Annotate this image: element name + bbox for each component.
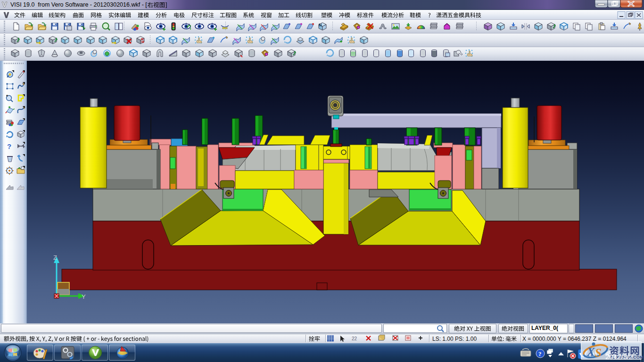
- svg-text:N: N: [319, 23, 322, 27]
- svg-text:Y: Y: [82, 293, 86, 300]
- svg-text:?: ?: [7, 142, 11, 150]
- svg-text:LS: 1.00 PS: 1.00: LS: 1.00 PS: 1.00: [432, 336, 477, 342]
- svg-text:Z: Z: [53, 254, 57, 261]
- svg-text:R: R: [141, 37, 144, 41]
- svg-text:22: 22: [352, 336, 357, 341]
- svg-text:?: ?: [538, 350, 542, 357]
